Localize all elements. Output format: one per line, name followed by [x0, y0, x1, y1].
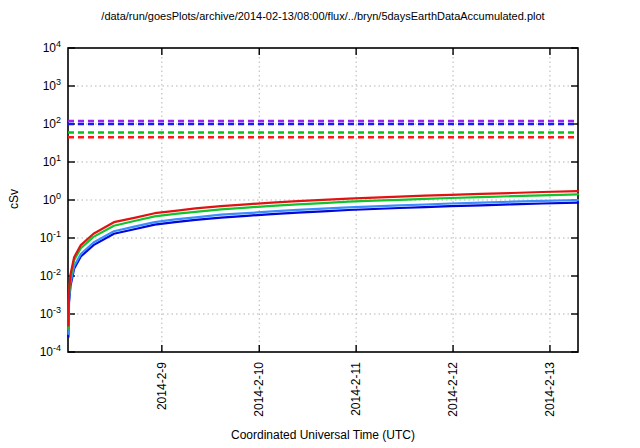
x-tick-label: 2014-2-9	[155, 362, 169, 410]
y-tick-label: 10-1	[40, 229, 61, 245]
plot-title: /data/run/goesPlots/archive/2014-02-13/0…	[68, 10, 578, 22]
y-axis-label: cSv	[7, 179, 21, 219]
y-tick-label: 103	[43, 77, 61, 93]
y-tick-label: 10-3	[40, 305, 61, 321]
x-tick-label: 2014-2-11	[349, 362, 363, 416]
x-tick-label: 2014-2-13	[543, 362, 557, 417]
x-axis-label: Coordinated Universal Time (UTC)	[68, 428, 578, 442]
x-tick-label: 2014-2-10	[252, 362, 266, 417]
y-tick-label: 100	[43, 191, 61, 207]
y-tick-label: 10-2	[40, 267, 61, 283]
gnuplot-figure: 10410310210110010-110-210-310-42014-2-92…	[0, 0, 640, 448]
y-tick-label: 102	[43, 115, 61, 131]
y-tick-label: 101	[43, 153, 61, 169]
chart-canvas: 10410310210110010-110-210-310-42014-2-92…	[0, 0, 640, 448]
y-tick-label: 104	[43, 39, 61, 55]
accumulated-dose-darkblue	[68, 203, 578, 337]
y-tick-label: 10-4	[40, 343, 61, 359]
x-tick-label: 2014-2-12	[446, 362, 460, 417]
